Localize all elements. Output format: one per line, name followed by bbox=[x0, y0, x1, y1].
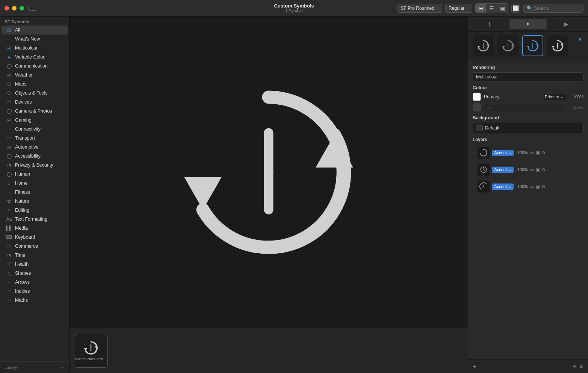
sidebar-item-maps[interactable]: ⬡ Maps bbox=[2, 80, 68, 89]
font-name-label: SF Pro Rounded bbox=[401, 6, 434, 11]
sidebar-item-nature[interactable]: ✿ Nature bbox=[2, 197, 68, 206]
sidebar-item-keyboard[interactable]: ⌨ Keyboard bbox=[2, 233, 68, 242]
canvas-area: custom.clock.arrow.triangleh... bbox=[70, 17, 468, 373]
background-dropdown[interactable]: Default ⌄ bbox=[473, 123, 583, 133]
primary-colour-dropdown[interactable]: Primary ⌄ bbox=[542, 93, 566, 101]
sidebar-item-communication[interactable]: ◯ Communication bbox=[2, 62, 68, 71]
sidebar-item-indices[interactable]: ○ Indices bbox=[2, 287, 68, 296]
preview-variant-2[interactable] bbox=[497, 35, 518, 56]
sidebar-item-weather[interactable]: ◎ Weather bbox=[2, 71, 68, 80]
automotive-label: Automotive bbox=[15, 144, 39, 150]
layer-2-colour-button[interactable]: Accent ⌄ bbox=[492, 167, 514, 173]
sidebar-item-editing[interactable]: ≡ Editing bbox=[2, 206, 68, 215]
connectivity-icon: ~ bbox=[6, 126, 12, 132]
minimize-button[interactable] bbox=[12, 6, 17, 11]
sidebar-item-variable-colour[interactable]: ◈ Variable Colour bbox=[2, 53, 68, 62]
sidebar-item-connectivity[interactable]: ~ Connectivity bbox=[2, 125, 68, 134]
layer-3-accent-label: Accent bbox=[494, 184, 507, 189]
secondary-colour-dropdown[interactable]: ▭ bbox=[484, 104, 566, 111]
preview-variant-1[interactable] bbox=[473, 35, 494, 56]
font-weight-selector[interactable]: Regular ⌄ bbox=[445, 4, 472, 13]
sidebar-item-fitness[interactable]: ~ Fitness bbox=[2, 188, 68, 197]
layer-1-remove-icon[interactable]: ⊖ bbox=[541, 150, 545, 155]
add-layer-button[interactable]: + bbox=[473, 363, 476, 370]
layer-1-copy-icon[interactable]: ▭ bbox=[530, 150, 534, 155]
layer-1-colour-button[interactable]: Accent ⌄ bbox=[492, 150, 514, 156]
svg-marker-8 bbox=[478, 46, 480, 48]
sidebar-item-all[interactable]: ⊞ All bbox=[2, 26, 68, 35]
weather-label: Weather bbox=[15, 72, 33, 78]
primary-colour-swatch[interactable] bbox=[473, 93, 481, 101]
layer-2-chevron-icon[interactable]: › bbox=[474, 168, 475, 172]
info-tab[interactable]: ℹ bbox=[471, 19, 508, 29]
list-view-button[interactable]: ☰ bbox=[486, 4, 497, 13]
layer-3-chevron-icon[interactable]: › bbox=[474, 185, 475, 189]
gaming-icon: ◎ bbox=[6, 117, 12, 123]
objects-tools-label: Objects & Tools bbox=[15, 90, 48, 96]
symbol-thumbnail[interactable]: custom.clock.arrow.triangleh... bbox=[74, 334, 108, 368]
time-label: Time bbox=[15, 253, 25, 258]
sidebar-item-maths[interactable]: ∿ Maths bbox=[2, 296, 68, 305]
sidebar-item-transport[interactable]: ▭ Transport bbox=[2, 134, 68, 143]
sidebar-item-gaming[interactable]: ◎ Gaming bbox=[2, 116, 68, 125]
sidebar-item-privacy-security[interactable]: ◔ Privacy & Security bbox=[2, 161, 68, 170]
compare-view-button[interactable]: ▣ bbox=[497, 4, 508, 13]
sidebar-item-whats-new[interactable]: + What's New bbox=[2, 35, 68, 44]
sidebar-item-automotive[interactable]: ◎ Automotive bbox=[2, 143, 68, 152]
sidebar-item-health[interactable]: ♡ Health bbox=[2, 260, 68, 269]
inspector-body: Rendering Multicolour ⌄ Colour Primary P… bbox=[468, 60, 588, 359]
layer-2-remove-icon[interactable]: ⊖ bbox=[541, 167, 545, 172]
layer-2-thumb bbox=[478, 164, 490, 176]
sidebar-item-human[interactable]: ◯ Human bbox=[2, 170, 68, 179]
secondary-colour-swatch[interactable] bbox=[473, 103, 481, 111]
sidebar-item-home[interactable]: ⌂ Home bbox=[2, 179, 68, 188]
layer-1-chevron-icon[interactable]: › bbox=[474, 151, 475, 155]
layer-3-colour-button[interactable]: Accent ⌄ bbox=[492, 183, 514, 190]
preview-variant-3[interactable] bbox=[522, 35, 543, 56]
layer-2-copy-icon[interactable]: ▭ bbox=[530, 167, 534, 172]
render-tab[interactable]: ✦ bbox=[509, 19, 546, 29]
nature-label: Nature bbox=[15, 199, 29, 204]
shapes-label: Shapes bbox=[15, 271, 31, 276]
layer-3-screen-icon[interactable]: ▣ bbox=[536, 184, 540, 189]
sidebar-item-devices[interactable]: ▭ Devices bbox=[2, 98, 68, 107]
thumbnail-name: custom.clock.arrow.triangleh... bbox=[75, 357, 107, 361]
sidebar-item-camera-photos[interactable]: ◯ Camera & Photos bbox=[2, 107, 68, 116]
sidebar-item-media[interactable]: ▌▌ Media bbox=[2, 224, 68, 233]
sidebar-item-accessibility[interactable]: ◯ Accessibility bbox=[2, 152, 68, 161]
sidebar-item-objects-tools[interactable]: ⬡ Objects & Tools bbox=[2, 89, 68, 98]
layer-2-accent-label: Accent bbox=[494, 167, 507, 172]
layer-item-3: › Accent ⌄ 100% bbox=[473, 178, 583, 195]
font-name-selector[interactable]: SF Pro Rounded ⌄ bbox=[398, 4, 442, 13]
play-tab[interactable]: ▶ bbox=[548, 19, 585, 29]
settings-icon[interactable]: ⚙ bbox=[579, 364, 583, 369]
layer-3-remove-icon[interactable]: ⊖ bbox=[541, 184, 545, 189]
sidebar-item-text-formatting[interactable]: Aa Text Formatting bbox=[2, 215, 68, 224]
layers-icon[interactable]: ⊞ bbox=[573, 364, 577, 369]
sidebar-item-commerce[interactable]: ▭ Commerce bbox=[2, 242, 68, 251]
preview-variant-4[interactable] bbox=[547, 35, 568, 56]
maximize-button[interactable] bbox=[20, 6, 24, 11]
close-button[interactable] bbox=[5, 6, 9, 11]
transport-icon: ▭ bbox=[6, 135, 12, 141]
search-input[interactable] bbox=[534, 6, 580, 11]
rendering-chevron-icon: ⌄ bbox=[577, 75, 580, 79]
grid-view-button[interactable]: ⊞ bbox=[476, 4, 486, 13]
sidebar-toggle-button[interactable] bbox=[29, 6, 36, 11]
primary-dropdown-chevron-icon: ⌄ bbox=[560, 95, 564, 99]
window-title: Custom Symbols bbox=[274, 3, 314, 9]
primary-colour-dropdown-label: Primary bbox=[545, 95, 559, 99]
sidebar-item-arrows[interactable]: → Arrows bbox=[2, 278, 68, 287]
weather-icon: ◎ bbox=[6, 72, 12, 78]
sidebar-item-shapes[interactable]: △ Shapes bbox=[2, 269, 68, 278]
sidebar-item-multicolour[interactable]: ◎ Multicolour bbox=[2, 44, 68, 53]
add-library-button[interactable]: + bbox=[61, 364, 65, 371]
layer-1-screen-icon[interactable]: ▣ bbox=[536, 150, 540, 155]
multicolour-label: Multicolour bbox=[15, 45, 38, 51]
inspector-toggle-button[interactable]: ⬜ bbox=[511, 4, 520, 13]
rendering-dropdown[interactable]: Multicolour ⌄ bbox=[473, 72, 583, 81]
home-label: Home bbox=[15, 180, 27, 186]
sidebar-item-time[interactable]: ◔ Time bbox=[2, 251, 68, 260]
layer-2-screen-icon[interactable]: ▣ bbox=[536, 167, 540, 172]
layer-3-copy-icon[interactable]: ▭ bbox=[530, 184, 534, 189]
